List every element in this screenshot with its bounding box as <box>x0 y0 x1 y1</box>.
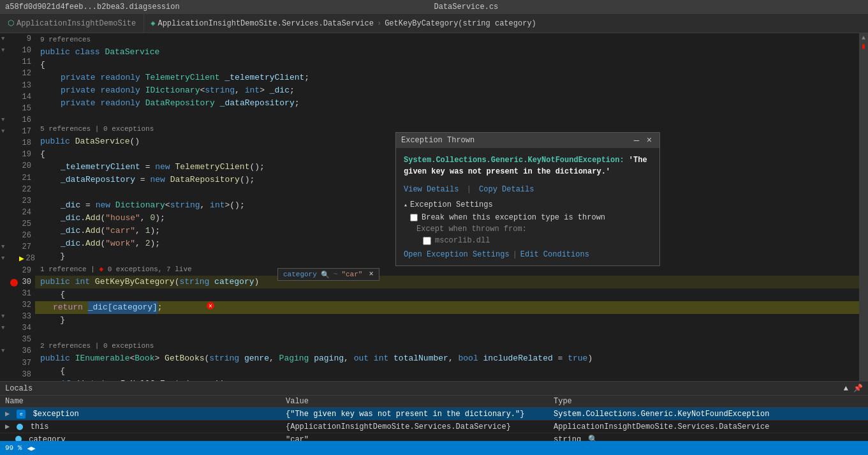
gutter-line-35: 35 <box>0 334 35 345</box>
editor-container: ▼9 ▼10 11 12 13 14 15 ▼16 ▼17 18 19 20 2… <box>0 33 868 403</box>
this-var-icon <box>17 424 23 430</box>
locals-cell-value-exception: {"The given key was not present in the d… <box>281 408 548 421</box>
gutter-line-33: ▼33 <box>0 311 35 322</box>
breadcrumb-bar: ◈ ApplicationInsightDemoSite.Services.Da… <box>144 14 868 33</box>
code-line-30: return _dic[category]; × <box>35 301 859 314</box>
code-line-34: public IEnumerable<Book> GetBooks(string… <box>35 352 859 365</box>
exception-close-btn[interactable]: × <box>644 135 654 145</box>
exception-minimize-btn[interactable]: — <box>631 135 642 145</box>
error-marker <box>862 44 865 49</box>
code-line-33: 2 references | 0 exceptions <box>35 339 859 352</box>
scroll-up-arrow[interactable]: ▲ <box>862 34 865 41</box>
gutter-line-26: 26 <box>0 230 35 241</box>
title-file: DataService.cs <box>434 3 864 11</box>
code-line-29: { <box>35 288 859 301</box>
exception-message: System.Collections.Generic.KeyNotFoundEx… <box>404 154 652 177</box>
mscorlib-label: mscorlib.dll <box>435 236 490 245</box>
locals-table: Name Value Type ▶ e $exception {"The giv… <box>0 396 868 446</box>
code-line-35: { <box>35 365 859 378</box>
exception-settings-header: ▴ Exception Settings <box>404 200 652 209</box>
watch-close-btn[interactable]: × <box>369 270 373 279</box>
open-exception-settings-link[interactable]: Open Exception Settings <box>404 250 510 259</box>
exception-popup-header-buttons: — × <box>631 135 654 145</box>
this-var-name: this <box>31 422 49 431</box>
gutter-line-21: 21 <box>0 172 35 184</box>
watch-var: category <box>283 271 317 278</box>
gutter-line-22: 22 <box>0 184 35 195</box>
project-tab-label: ApplicationInsightDemoSite <box>17 19 136 28</box>
gutter-line-23: 23 <box>0 195 35 207</box>
exception-popup-title: Exception Thrown <box>401 136 474 145</box>
locals-cell-name-exception: ▶ e $exception <box>0 408 281 421</box>
exception-break-label: Break when this exception type is thrown <box>422 213 605 222</box>
watch-value: "car" <box>341 271 362 278</box>
gutter-line-32: 32 <box>0 299 35 311</box>
gutter-line-38: 38 <box>0 369 35 380</box>
ns-icon: ◈ <box>151 19 155 28</box>
gutter-line-14: 14 <box>0 91 35 103</box>
gutter-line-10: ▼10 <box>0 45 35 56</box>
expand-this-btn[interactable]: ▶ <box>5 422 10 431</box>
zoom-level: 99 % <box>5 444 22 452</box>
gutter-line-29: 29 <box>0 265 35 276</box>
exception-type: System.Collections.Generic.KeyNotFoundEx… <box>404 156 624 165</box>
gutter-line-30: 30 <box>0 276 35 288</box>
gutter-line-34: ▼34 <box>0 322 35 334</box>
edit-conditions-link[interactable]: Edit Conditions <box>520 250 589 259</box>
gutter-line-9: ▼9 <box>0 33 35 45</box>
locals-cell-name-this: ▶ this <box>0 421 281 433</box>
exception-except-row: Except when thrown from: <box>416 225 652 234</box>
code-line-13: private readonly IDictionary<string, int… <box>35 84 859 97</box>
gutter-line-36: ▼36 <box>0 345 35 357</box>
mscorlib-checkbox[interactable] <box>423 237 431 245</box>
title-text: a58fd0d9021d4feeb...b2bea3.diagsession <box>5 3 434 11</box>
gutter-line-37: 37 <box>0 357 35 369</box>
code-line-9: 9 references <box>35 33 859 46</box>
copy-details-link[interactable]: Copy Details <box>479 185 534 194</box>
locals-row-exception[interactable]: ▶ e $exception {"The given key was not p… <box>0 408 868 421</box>
gutter-line-25: 25 <box>0 218 35 230</box>
exception-links: View Details | Copy Details <box>404 185 652 194</box>
breadcrumb-method: GetKeyByCategory(string category) <box>385 19 536 28</box>
exception-footer-links: Open Exception Settings | Edit Condition… <box>404 250 652 259</box>
locals-expand-icon[interactable]: ▲ <box>844 384 848 393</box>
exception-break-checkbox[interactable] <box>410 214 418 221</box>
locals-cell-type-this: ApplicationInsightDemoSite.Services.Data… <box>548 421 868 433</box>
view-details-link[interactable]: View Details <box>404 185 459 194</box>
gutter-line-12: 12 <box>0 68 35 79</box>
project-tab[interactable]: ⬡ ApplicationInsightDemoSite <box>0 14 144 33</box>
breadcrumb-sep: › <box>377 19 381 28</box>
code-line-31: } <box>35 314 859 327</box>
right-scrollbar[interactable]: ▲ ▼ <box>859 33 868 403</box>
gutter-line-20: 20 <box>0 160 35 172</box>
gutter-line-19: 19 <box>0 149 35 160</box>
locals-panel: Locals ▲ 📌 Name Value Type ▶ e $exceptio… <box>0 381 868 441</box>
exception-break-row: Break when this exception type is thrown <box>410 213 652 222</box>
gutter-line-28: ▼28▶ <box>0 253 35 264</box>
exception-popup-header: Exception Thrown — × <box>396 133 659 148</box>
exception-popup-body: System.Collections.Generic.KeyNotFoundEx… <box>396 148 659 265</box>
locals-row-this[interactable]: ▶ this {ApplicationInsightDemoSite.Servi… <box>0 421 868 433</box>
code-line-32 <box>35 327 859 339</box>
exception-mscorlib-row: mscorlib.dll <box>423 236 652 245</box>
tab-bar: ⬡ ApplicationInsightDemoSite ◈ Applicati… <box>0 14 868 33</box>
code-line-14: private readonly DataRepository _dataRep… <box>35 97 859 110</box>
locals-cell-type-exception: System.Collections.Generic.KeyNotFoundEx… <box>548 408 868 421</box>
code-line-12: private readonly TelemetryClient _teleme… <box>35 71 859 84</box>
expand-exception-btn[interactable]: ▶ <box>5 410 10 419</box>
locals-pin-icon[interactable]: 📌 <box>853 384 863 393</box>
status-bar: 99 % ◀▶ <box>0 441 868 455</box>
exception-popup: Exception Thrown — × System.Collections.… <box>395 132 660 266</box>
code-line-11: { <box>35 59 859 71</box>
settings-triangle: ▴ <box>404 201 408 209</box>
except-label: Except when thrown from: <box>416 225 527 234</box>
watch-tooltip: category 🔍 ~ "car" × <box>277 268 379 281</box>
horizontal-scroll[interactable]: ◀▶ <box>27 444 35 452</box>
gutter-line-24: 24 <box>0 207 35 218</box>
gutter-line-13: 13 <box>0 80 35 91</box>
breakpoint-indicator <box>10 279 18 287</box>
exception-var-name: $exception <box>33 410 79 419</box>
gutter-line-11: 11 <box>0 56 35 68</box>
code-line-28: public int GetKeyByCategory(string categ… <box>35 276 859 288</box>
project-icon: ⬡ <box>8 19 14 28</box>
